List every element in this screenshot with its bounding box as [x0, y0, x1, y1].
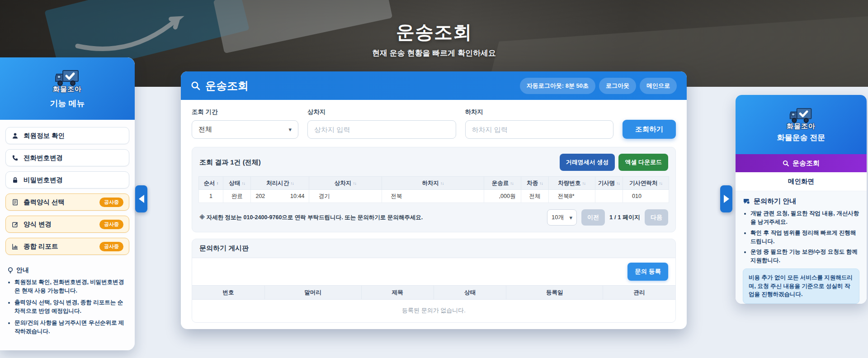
results-table: 순서↑ 상태↑↓ 처리시간↑↓ 상차지↑↓ 하차지↑↓ 운송료↑↓ 차종↑↓ 차…	[198, 176, 669, 203]
period-select[interactable]: 전체 ▾	[192, 120, 298, 139]
sidebar-item-label: 비밀번호변경	[24, 176, 63, 184]
sidebar-item-format-change[interactable]: 양식 변경 공사중	[5, 216, 129, 233]
col-car-no[interactable]: 차량번호↑↓	[548, 177, 595, 190]
notice-bullet: 회원정보 확인, 전화번호변경, 비밀번호변경은 현재 사용 가능합니다.	[14, 278, 127, 296]
origin-label: 상차지	[307, 108, 456, 116]
sidebar-item-label: 종합 리포트	[24, 242, 58, 251]
sidebar-item-password-change[interactable]: 비밀번호변경	[5, 171, 129, 188]
sort-icon: ↑↓	[242, 181, 245, 186]
col-origin[interactable]: 상차지↑↓	[309, 177, 382, 190]
col-dest[interactable]: 하차지↑↓	[382, 177, 484, 190]
next-page-button[interactable]: 다음	[645, 209, 668, 226]
table-row[interactable]: 1 완료 20210:44 경기 전북 ,000원 전체 전북8* 010	[199, 190, 669, 203]
user-icon	[11, 132, 19, 139]
panel-header: 운송조회 자동로그아웃: 8분 50초 로그아웃 메인으로	[181, 71, 687, 100]
search-button[interactable]: 조회하기	[623, 120, 676, 139]
cell-seq: 1	[199, 190, 223, 203]
origin-input[interactable]	[314, 126, 449, 133]
sort-icon: ↑↓	[539, 181, 543, 186]
sort-icon: ↑↓	[616, 181, 620, 186]
under-construction-badge: 공사중	[99, 242, 123, 251]
sort-icon: ↑↓	[582, 181, 585, 186]
chevron-left-icon	[139, 195, 144, 203]
menu-title: 기능 메뉴	[50, 98, 85, 109]
sort-icon: ↑↓	[290, 181, 294, 186]
cell-dest: 전북	[382, 190, 484, 203]
nav-item-label: 운송조회	[793, 159, 820, 168]
sidebar-item-phone-change[interactable]: 전화번호변경	[5, 149, 129, 166]
edit-icon	[11, 221, 19, 228]
page-size-select[interactable]: 10개 ▾	[547, 209, 577, 226]
inquiry-highlight-box: 비용 추가 없이 모든 서비스를 지원해드리며, 요청 주신 내용을 기준으로 …	[743, 268, 859, 304]
col-title: 제목	[361, 286, 434, 300]
chevron-down-icon: ▾	[288, 126, 292, 133]
results-summary: 조회 결과 1건 (전체)	[199, 158, 261, 167]
lock-icon	[11, 176, 19, 184]
col-car-type[interactable]: 차종↑↓	[521, 177, 548, 190]
register-inquiry-button[interactable]: 문의 등록	[627, 263, 668, 281]
board-title: 문의하기 게시판	[192, 239, 675, 258]
cell-car-type: 전체	[521, 190, 548, 203]
cell-origin: 경기	[309, 190, 382, 203]
panel-title-text: 운송조회	[205, 79, 249, 93]
dest-field: 하차지	[465, 108, 614, 139]
sort-icon: ↑↓	[510, 181, 514, 186]
go-main-button[interactable]: 메인으로	[640, 78, 677, 94]
results-card: 조회 결과 1건 (전체) 거래명세서 생성 엑셀 다운로드 순서↑ 상태↑↓ …	[192, 147, 676, 232]
inquiry-board-card: 문의하기 게시판 문의 등록 번호 말머리 제목 상태 등록일 관리	[192, 239, 676, 323]
col-number: 번호	[192, 286, 264, 300]
pagination: 10개 ▾ 이전 1 / 1 페이지 다음	[547, 209, 668, 226]
collapse-left-sidebar-button[interactable]	[135, 185, 147, 212]
notice-bullet: 출력양식 선택, 양식 변경, 종합 리포트는 순차적으로 반영 예정입니다.	[14, 298, 127, 316]
col-driver[interactable]: 기사명↑↓	[595, 177, 623, 190]
col-fee[interactable]: 운송료↑↓	[484, 177, 521, 190]
col-status[interactable]: 상태↑↓	[223, 177, 251, 190]
expand-right-sidebar-button[interactable]	[720, 185, 732, 212]
inquiry-guide: 문의하기 안내 개발 관련 요청, 필요한 작업 내용, 개선사항을 남겨주세요…	[736, 191, 867, 304]
bar-chart-icon	[11, 243, 19, 250]
dest-label: 하차지	[465, 108, 614, 116]
notice-title: 안내	[16, 266, 29, 274]
period-label: 조회 기간	[192, 108, 298, 116]
panel-title: 운송조회	[191, 79, 249, 93]
sidebar-item-label: 회원정보 확인	[24, 132, 65, 140]
left-sidebar: 화물조아 기능 메뉴 회원정보 확인 전화번호변경 비밀번호변경	[0, 57, 135, 350]
lightbulb-icon	[7, 267, 14, 274]
sort-icon: ↑↓	[659, 181, 663, 186]
right-sidebar-header: 화물조아 화물운송 전문	[736, 95, 867, 154]
inquiry-guide-title: 문의하기 안내	[754, 197, 796, 206]
col-time[interactable]: 처리시간↑↓	[251, 177, 309, 190]
sidebar-item-print-format[interactable]: 출력양식 선택 공사중	[5, 193, 129, 211]
cell-status: 완료	[223, 190, 251, 203]
auto-logout-timer[interactable]: 자동로그아웃: 8분 50초	[520, 78, 595, 94]
col-manage: 관리	[603, 286, 675, 300]
logout-button[interactable]: 로그아웃	[599, 78, 636, 94]
sidebar-item-member-info[interactable]: 회원정보 확인	[5, 127, 129, 144]
inquiry-bullet: 확인 후 작업 범위를 정리해 빠르게 진행해드립니다.	[750, 229, 859, 246]
under-construction-badge: 공사중	[99, 198, 123, 207]
inquiry-bullet: 운영 중 필요한 기능 보완/수정 요청도 함께 지원합니다.	[750, 248, 859, 265]
contact-note: ※ 자세한 정보는 010-2400-9760으로 연락 부탁드립니다. 또는 …	[199, 214, 423, 221]
col-contact[interactable]: 기사연락처↑↓	[623, 177, 669, 190]
col-date: 등록일	[506, 286, 603, 300]
create-statement-button[interactable]: 거래명세서 생성	[560, 154, 615, 171]
notice-bullet: 문의/건의 사항을 남겨주시면 우선순위로 제작하겠습니다.	[14, 319, 127, 336]
sidebar-item-label: 양식 변경	[24, 220, 52, 229]
cell-contact: 010	[623, 190, 669, 203]
nav-item-main-screen[interactable]: 메인화면	[736, 172, 867, 191]
sidebar-item-report[interactable]: 종합 리포트 공사중	[5, 238, 129, 255]
phone-icon	[11, 154, 19, 161]
dest-input[interactable]	[472, 126, 607, 133]
period-select-value: 전체	[198, 125, 212, 134]
right-sidebar: 화물조아 화물운송 전문 운송조회 메인화면 문의하기 안내 개발 관련 요청,…	[736, 95, 867, 304]
under-construction-badge: 공사중	[99, 220, 123, 229]
cell-car-no: 전북8*	[548, 190, 595, 203]
prev-page-button[interactable]: 이전	[581, 209, 605, 226]
inquiry-header-row: 번호 말머리 제목 상태 등록일 관리	[192, 286, 675, 300]
col-seq[interactable]: 순서↑	[199, 177, 223, 190]
excel-download-button[interactable]: 엑셀 다운로드	[618, 154, 668, 171]
logo: 화물조아	[53, 69, 82, 94]
period-field: 조회 기간 전체 ▾	[192, 108, 298, 139]
nav-item-transport-inquiry-active[interactable]: 운송조회	[736, 154, 867, 172]
sidebar-item-label: 출력양식 선택	[24, 198, 65, 207]
